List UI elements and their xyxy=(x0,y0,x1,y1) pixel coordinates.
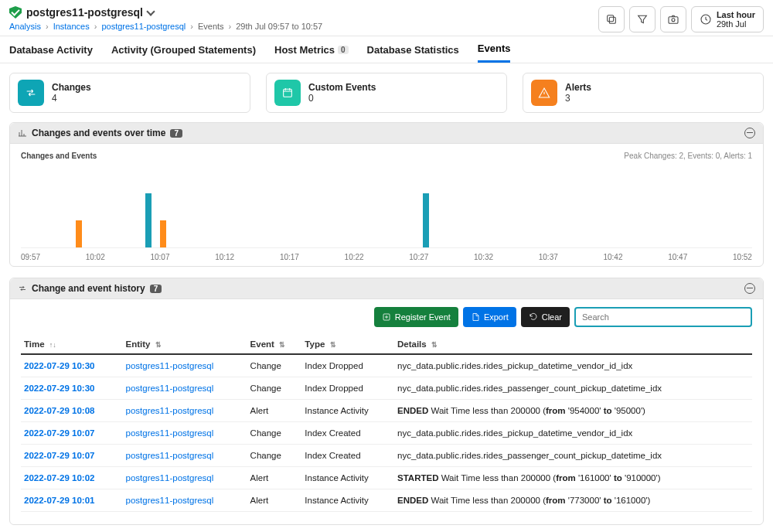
instance-selector[interactable]: postgres11-postgresql xyxy=(9,6,322,19)
xaxis-tick: 10:52 xyxy=(733,253,752,261)
svg-point-3 xyxy=(672,19,675,22)
time-range-label: Last hour xyxy=(717,10,755,19)
collapse-button[interactable] xyxy=(744,128,755,138)
history-table: Time ↑↓Entity ⇅Event ⇅Type ⇅Details ⇅ 20… xyxy=(21,335,752,512)
filter-button[interactable] xyxy=(629,6,656,32)
history-panel-count: 7 xyxy=(150,285,162,293)
register-event-button[interactable]: Register Event xyxy=(374,307,458,327)
row-time-link[interactable]: 2022-07-29 10:02 xyxy=(24,473,94,483)
chart-panel-title: Changes and events over time xyxy=(32,128,165,138)
xaxis-tick: 10:02 xyxy=(86,253,105,261)
chart-xaxis: 09:5710:0210:0710:1210:1710:2210:2710:32… xyxy=(21,248,752,261)
crumb-instances[interactable]: Instances xyxy=(53,22,90,31)
crumb-analysis[interactable]: Analysis xyxy=(9,22,41,31)
search-input[interactable] xyxy=(574,307,752,327)
row-details: ENDED Wait Time less than 200000 (from '… xyxy=(394,489,752,512)
tab-database-statistics[interactable]: Database Statistics xyxy=(367,43,459,63)
tab-badge: 0 xyxy=(338,46,349,54)
chart-area[interactable] xyxy=(21,163,752,248)
row-details: nyc_data.public.rides.rides_pickup_datet… xyxy=(394,354,752,377)
row-event: Change xyxy=(247,445,302,467)
tab-activity-grouped-statements-[interactable]: Activity (Grouped Statements) xyxy=(111,43,256,63)
chart-icon xyxy=(18,128,27,138)
table-row: 2022-07-29 10:01postgres11-postgresqlAle… xyxy=(21,489,752,512)
row-time-link[interactable]: 2022-07-29 10:01 xyxy=(24,496,94,505)
row-event: Alert xyxy=(247,467,302,489)
export-button[interactable]: Export xyxy=(463,307,516,327)
breadcrumb: Analysis› Instances› postgres11-postgres… xyxy=(9,22,322,31)
export-icon xyxy=(471,312,480,322)
clear-button[interactable]: Clear xyxy=(521,307,570,327)
clear-label: Clear xyxy=(542,312,562,322)
tab-database-activity[interactable]: Database Activity xyxy=(9,43,93,63)
plus-square-icon xyxy=(382,312,391,322)
row-entity-link[interactable]: postgres11-postgresql xyxy=(126,451,214,460)
history-panel-title: Change and event history xyxy=(32,283,145,294)
row-time-link[interactable]: 2022-07-29 10:30 xyxy=(24,384,94,393)
card-changes-value: 4 xyxy=(52,93,91,104)
row-time-link[interactable]: 2022-07-29 10:07 xyxy=(24,428,94,438)
chart-bar[interactable] xyxy=(145,193,152,247)
crumb-instance[interactable]: postgres11-postgresql xyxy=(101,22,186,31)
chart-peak-text: Peak Changes: 2, Events: 0, Alerts: 1 xyxy=(624,152,752,160)
xaxis-tick: 10:12 xyxy=(215,253,234,261)
time-range-picker[interactable]: Last hour 29th Jul xyxy=(691,6,764,32)
row-type: Instance Activity xyxy=(301,467,394,489)
svg-rect-2 xyxy=(669,17,678,24)
col-time[interactable]: Time ↑↓ xyxy=(21,335,123,354)
row-time-link[interactable]: 2022-07-29 10:30 xyxy=(24,361,94,370)
health-shield-icon xyxy=(9,6,22,19)
row-details: nyc_data.public.rides.rides_passenger_co… xyxy=(394,377,752,400)
svg-rect-5 xyxy=(284,89,292,97)
xaxis-tick: 10:22 xyxy=(345,253,364,261)
export-label: Export xyxy=(484,312,509,322)
screenshot-button[interactable] xyxy=(660,6,686,32)
table-row: 2022-07-29 10:08postgres11-postgresqlAle… xyxy=(21,400,752,422)
card-custom-value: 0 xyxy=(308,93,376,104)
table-row: 2022-07-29 10:30postgres11-postgresqlCha… xyxy=(21,354,752,377)
row-details: nyc_data.public.rides.rides_passenger_co… xyxy=(394,445,752,467)
chart-bar[interactable] xyxy=(76,220,82,247)
xaxis-tick: 10:37 xyxy=(539,253,558,261)
row-entity-link[interactable]: postgres11-postgresql xyxy=(126,361,214,370)
row-entity-link[interactable]: postgres11-postgresql xyxy=(126,428,214,438)
row-event: Change xyxy=(247,354,302,377)
row-details: nyc_data.public.rides.rides_pickup_datet… xyxy=(394,422,752,445)
row-time-link[interactable]: 2022-07-29 10:08 xyxy=(24,406,94,415)
row-event: Change xyxy=(247,422,302,445)
undo-icon xyxy=(529,312,538,322)
xaxis-tick: 10:32 xyxy=(474,253,493,261)
card-changes[interactable]: Changes 4 xyxy=(9,73,250,113)
row-entity-link[interactable]: postgres11-postgresql xyxy=(126,473,214,483)
xaxis-tick: 10:17 xyxy=(280,253,299,261)
card-custom-events[interactable]: Custom Events 0 xyxy=(266,73,507,113)
card-changes-title: Changes xyxy=(52,82,91,93)
tab-events[interactable]: Events xyxy=(478,43,511,63)
row-entity-link[interactable]: postgres11-postgresql xyxy=(126,406,214,415)
chart-bar[interactable] xyxy=(423,193,429,247)
card-alerts[interactable]: Alerts 3 xyxy=(523,73,764,113)
xaxis-tick: 09:57 xyxy=(21,253,40,261)
history-icon xyxy=(18,284,27,293)
col-event[interactable]: Event ⇅ xyxy=(247,335,302,354)
row-type: Instance Activity xyxy=(301,489,394,512)
row-entity-link[interactable]: postgres11-postgresql xyxy=(126,384,214,393)
chart-bar[interactable] xyxy=(160,220,166,247)
tab-host-metrics[interactable]: Host Metrics0 xyxy=(274,43,349,63)
table-row: 2022-07-29 10:02postgres11-postgresqlAle… xyxy=(21,467,752,489)
col-details[interactable]: Details ⇅ xyxy=(394,335,752,354)
col-type[interactable]: Type ⇅ xyxy=(301,335,394,354)
row-entity-link[interactable]: postgres11-postgresql xyxy=(126,496,214,505)
table-row: 2022-07-29 10:30postgres11-postgresqlCha… xyxy=(21,377,752,400)
card-alerts-title: Alerts xyxy=(565,82,591,93)
col-entity[interactable]: Entity ⇅ xyxy=(123,335,247,354)
chart-panel-count: 7 xyxy=(170,129,182,138)
copy-button[interactable] xyxy=(598,6,625,32)
collapse-button[interactable] xyxy=(744,283,755,294)
instance-name: postgres11-postgresql xyxy=(26,6,143,19)
xaxis-tick: 10:47 xyxy=(668,253,687,261)
xaxis-tick: 10:42 xyxy=(603,253,622,261)
row-time-link[interactable]: 2022-07-29 10:07 xyxy=(24,451,94,460)
chart-subtitle: Changes and Events xyxy=(21,152,97,160)
row-type: Index Created xyxy=(301,445,394,467)
